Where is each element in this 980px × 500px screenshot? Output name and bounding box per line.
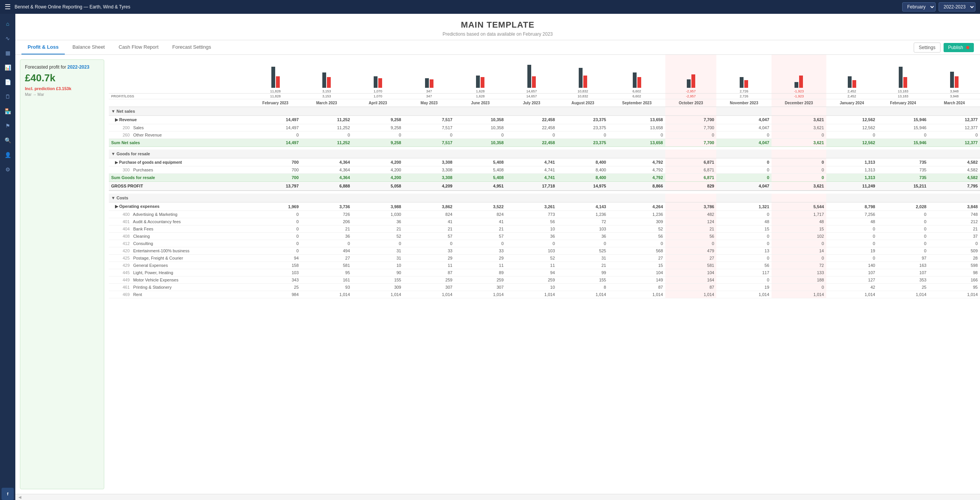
sidebar: ⌂ ∿ ▦ 📊 📄 🗒 🏪 ⚑ 🔍 👤 ⚙ f [0, 14, 15, 500]
settings-button[interactable]: Settings [914, 43, 940, 53]
menu-icon[interactable]: ☰ [5, 3, 11, 11]
sidebar-icon-home[interactable]: ⌂ [2, 18, 14, 30]
chart-cell-may23: 347 [404, 55, 455, 93]
table-wrapper[interactable]: 11,828 3,153 [109, 55, 980, 494]
net-sales-header: ▼ Net sales [109, 107, 980, 115]
sum-net-sales: Sum Net sales 14,49711,2529,2587,51710,3… [109, 138, 980, 146]
chart-cell-jan24: 2,452 [826, 55, 878, 93]
page-title: MAIN TEMPLATE [15, 20, 980, 30]
chart-row: 11,828 3,153 [109, 55, 980, 93]
col-header-jul23: July 2023 [506, 99, 557, 107]
column-headers: February 2023 March 2023 April 2023 May … [109, 99, 980, 107]
revenue-group-header: ▶ Revenue 14,497 11,252 9,258 7,517 10,3… [109, 115, 980, 124]
spacer-2 [109, 191, 980, 194]
col-header-jan24: January 2024 [826, 99, 878, 107]
month-selector[interactable]: February January March [902, 2, 936, 12]
profit-loss-header: PROFIT/LOSS 11,828 3,153 1,070 347 1,628… [109, 93, 980, 99]
row-entertainment-420: 420 Entertainment-100% business 04943133… [109, 247, 980, 255]
row-bank-404: 404 Bank Fees 021212121 1010352 21 15 15… [109, 225, 980, 233]
sidebar-icon-chart[interactable]: 📊 [2, 61, 14, 74]
row-audit-401: 401 Audit & Accountancy fees 0206364141 … [109, 218, 980, 225]
col-header-may23: May 2023 [404, 99, 455, 107]
col-header-nov23: November 2023 [716, 99, 772, 107]
chart-cell-nov23: 2,726 [716, 55, 772, 93]
col-header-apr23: April 2023 [352, 99, 404, 107]
row-rent-469: 469 Rent 9841,0141,0141,0141,014 1,0141,… [109, 291, 980, 298]
bar-red-feb23 [276, 76, 280, 88]
chart-value-feb23: 11,828 [270, 89, 281, 93]
row-light-445: 445 Light, Power, Heating 10395908789 94… [109, 269, 980, 276]
sidebar-icon-flag[interactable]: ⚑ [2, 120, 14, 132]
chart-cell-mar23: 3,153 [301, 55, 352, 93]
goods-resale-header: ▼ Goods for resale [109, 150, 980, 158]
col-header-mar24: March 2024 [929, 99, 980, 107]
row-purchases-300: 300 Purchases 7004,3644,2003,3085,408 4,… [109, 166, 980, 174]
sidebar-icon-user[interactable]: 👤 [2, 149, 14, 161]
col-header-mar23: March 2023 [301, 99, 352, 107]
col-header-feb24: February 2024 [877, 99, 929, 107]
year-selector[interactable]: 2022-2023 2023-2024 [939, 2, 975, 12]
sidebar-icon-logo: f [2, 488, 14, 500]
row-other-revenue-260: 260 Other Revenue 00000 000 0 0 0 000 [109, 131, 980, 138]
bar-dark-feb23 [271, 67, 275, 88]
tab-profit-loss[interactable]: Profit & Loss [21, 40, 65, 54]
chart-cell-jul23: 14,657 [506, 55, 557, 93]
chart-cell-feb23: 11,828 [250, 55, 301, 93]
pl-label: PROFIT/LOSS [109, 93, 250, 99]
tabs-bar: Profit & Loss Balance Sheet Cash Flow Re… [15, 40, 980, 55]
forecast-card: Forecasted profit for 2022-2023 £40.7k I… [20, 59, 104, 489]
bottom-bar: ◀ [15, 494, 980, 500]
sidebar-icon-settings[interactable]: ⚙ [2, 163, 14, 176]
gross-profit-row: GROSS PROFIT 13,7976,8885,0584,2094,951 … [109, 182, 980, 191]
chart-cell-sep23: 6,602 [608, 55, 665, 93]
chart-value-mar23: 3,153 [322, 89, 331, 93]
forecast-amount: £40.7k [25, 72, 99, 84]
forecast-incl: Incl. prediction £3.153k [25, 86, 99, 91]
page-header: MAIN TEMPLATE Predictions based on data … [15, 14, 980, 40]
row-printing-461: 461 Printing & Stationery 2593309307307 … [109, 284, 980, 291]
spacer-1 [109, 146, 980, 150]
col-header-jun23: June 2023 [455, 99, 506, 107]
sidebar-icon-doc[interactable]: 📄 [2, 76, 14, 88]
incl-amount: £3.153k [56, 86, 71, 91]
forecast-period: Mar → Mar [25, 92, 99, 97]
row-postage-425: 425 Postage, Freight & Courier 942731292… [109, 255, 980, 262]
forecast-label: Forecasted profit for 2022-2023 [25, 64, 99, 70]
sum-goods-resale: Sum Goods for resale 7004,3644,2003,3085… [109, 174, 980, 182]
publish-button[interactable]: Publish [944, 43, 974, 52]
app-title: Bennet & Rowe Online Reporting — Earth, … [15, 4, 130, 10]
operating-expenses-header: ▶ Operating expenses 1,969 3,736 3,988 3… [109, 202, 980, 211]
col-header-feb23: February 2023 [250, 99, 301, 107]
live-dot [966, 46, 969, 49]
row-consulting-412: 412 Consulting 00000 000 0 0 0 000 [109, 240, 980, 247]
sidebar-icon-search[interactable]: 🔍 [2, 134, 14, 146]
top-bar: ☰ Bennet & Rowe Online Reporting — Earth… [0, 0, 980, 14]
main-content: MAIN TEMPLATE Predictions based on data … [15, 14, 980, 500]
bottom-status: ◀ [18, 495, 21, 499]
main-table: 11,828 3,153 [109, 55, 980, 298]
forecast-year: 2022-2023 [67, 64, 89, 70]
row-cleaning-408: 408 Cleaning 036525757 363656 56 0 102 0… [109, 233, 980, 240]
col-header-sep23: September 2023 [608, 99, 665, 107]
tab-cash-flow[interactable]: Cash Flow Report [112, 40, 164, 54]
tab-actions: Settings Publish [914, 43, 974, 53]
tab-balance-sheet[interactable]: Balance Sheet [66, 40, 111, 54]
costs-header: ▼ Costs [109, 194, 980, 202]
tab-forecast-settings[interactable]: Forecast Settings [166, 40, 217, 54]
chart-cell-jun23: 1,628 [455, 55, 506, 93]
content-area: Forecasted profit for 2022-2023 £40.7k I… [15, 55, 980, 494]
page-subtitle: Predictions based on data available on F… [15, 31, 980, 37]
sidebar-icon-report[interactable]: 🗒 [2, 90, 14, 103]
row-sales-200: 200 Sales 14,49711,2529,2587,51710,358 2… [109, 124, 980, 131]
chart-cell-apr23: 1,070 [352, 55, 404, 93]
empty-header [109, 99, 250, 107]
chart-cell-oct23: -2,957 [665, 55, 717, 93]
row-advertising-400: 400 Advertising & Marketing 07261,030824… [109, 211, 980, 218]
sidebar-icon-bars[interactable]: ▦ [2, 47, 14, 59]
col-header-oct23: October 2023 [665, 99, 717, 107]
chart-cell-mar24: 3,948 [929, 55, 980, 93]
col-header-dec23: December 2023 [772, 99, 826, 107]
sidebar-icon-store[interactable]: 🏪 [2, 105, 14, 117]
sidebar-icon-wave[interactable]: ∿ [2, 32, 14, 44]
row-general-429: 429 General Expenses 158581101111 112115… [109, 262, 980, 269]
